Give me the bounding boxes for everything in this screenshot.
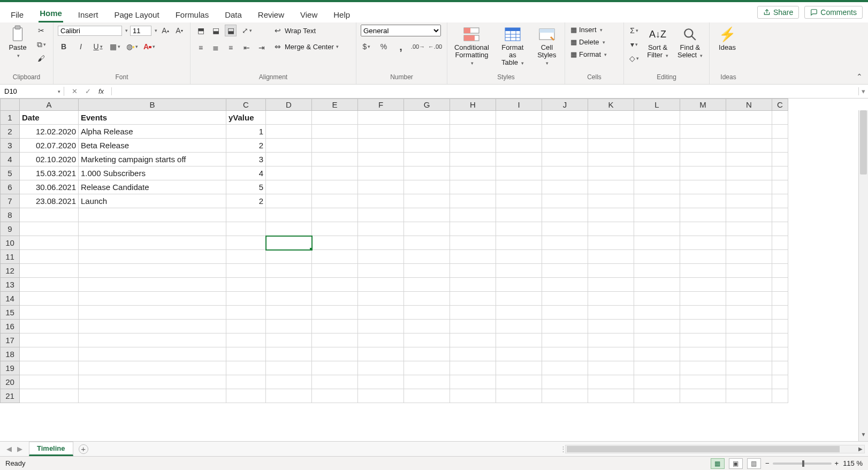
cell-F5[interactable] (358, 166, 404, 180)
cell-B6[interactable]: Release Candidate (79, 180, 226, 194)
cell-B12[interactable] (79, 264, 226, 278)
cell-J10[interactable] (542, 236, 588, 250)
cell-H19[interactable] (450, 361, 496, 375)
ideas-button[interactable]: ⚡ Ideas (714, 25, 741, 52)
cell-L19[interactable] (634, 361, 680, 375)
cell-K9[interactable] (588, 222, 634, 236)
zoom-level[interactable]: 115 % (843, 459, 863, 467)
cell-D18[interactable] (266, 347, 312, 361)
cell-L11[interactable] (634, 250, 680, 264)
cell-A18[interactable] (20, 347, 79, 361)
row-header-17[interactable]: 17 (1, 333, 20, 347)
cell-E8[interactable] (312, 208, 358, 222)
cell-N5[interactable] (726, 166, 772, 180)
share-button[interactable]: Share (757, 6, 799, 19)
cell-F1[interactable] (358, 111, 404, 125)
cell-M4[interactable] (680, 153, 726, 166)
cell-G12[interactable] (404, 264, 450, 278)
cell-D5[interactable] (266, 166, 312, 180)
cell-A8[interactable] (20, 208, 79, 222)
cell-G9[interactable] (404, 222, 450, 236)
cell-N17[interactable] (726, 333, 772, 347)
cell-E6[interactable] (312, 180, 358, 194)
cell-F6[interactable] (358, 180, 404, 194)
cell-O10[interactable] (772, 236, 788, 250)
chevron-down-icon[interactable]: ▾ (125, 28, 128, 33)
cell-F16[interactable] (358, 320, 404, 333)
cell-styles-button[interactable]: CellStyles ▾ (534, 25, 560, 68)
cell-A20[interactable] (20, 375, 79, 389)
cell-E10[interactable] (312, 236, 358, 250)
col-header-H[interactable]: H (450, 99, 496, 111)
cell-D10[interactable] (266, 236, 312, 250)
cell-O18[interactable] (772, 347, 788, 361)
cell-J2[interactable] (542, 125, 588, 139)
cell-I14[interactable] (496, 292, 542, 306)
cell-O2[interactable] (772, 125, 788, 139)
cell-D7[interactable] (266, 194, 312, 208)
row-header-16[interactable]: 16 (1, 320, 20, 333)
cell-L8[interactable] (634, 208, 680, 222)
cell-E2[interactable] (312, 125, 358, 139)
zoom-track[interactable] (773, 463, 832, 465)
fill-handle[interactable] (310, 248, 312, 250)
scroll-down-icon[interactable]: ▼ (859, 431, 868, 441)
wrap-text-button[interactable]: ↩ Wrap Text (272, 25, 339, 36)
cell-H5[interactable] (450, 166, 496, 180)
sheet-tab-timeline[interactable]: Timeline (29, 442, 73, 456)
cell-F14[interactable] (358, 292, 404, 306)
cell-E13[interactable] (312, 278, 358, 292)
cell-I7[interactable] (496, 194, 542, 208)
cell-G19[interactable] (404, 361, 450, 375)
cell-J14[interactable] (542, 292, 588, 306)
cell-A1[interactable]: Date (20, 111, 79, 125)
cell-E4[interactable] (312, 153, 358, 166)
cell-N14[interactable] (726, 292, 772, 306)
cell-L17[interactable] (634, 333, 680, 347)
cell-E20[interactable] (312, 375, 358, 389)
cell-O15[interactable] (772, 306, 788, 320)
cell-J20[interactable] (542, 375, 588, 389)
cell-A19[interactable] (20, 361, 79, 375)
cell-I12[interactable] (496, 264, 542, 278)
row-header-11[interactable]: 11 (1, 250, 20, 264)
cell-D19[interactable] (266, 361, 312, 375)
cell-K5[interactable] (588, 166, 634, 180)
cell-G8[interactable] (404, 208, 450, 222)
cell-N3[interactable] (726, 139, 772, 153)
cell-K7[interactable] (588, 194, 634, 208)
cell-K4[interactable] (588, 153, 634, 166)
cell-F12[interactable] (358, 264, 404, 278)
cell-D4[interactable] (266, 153, 312, 166)
cell-N7[interactable] (726, 194, 772, 208)
find-select-button[interactable]: Find &Select ▾ (675, 25, 705, 60)
cell-C12[interactable] (226, 264, 266, 278)
cell-C15[interactable] (226, 306, 266, 320)
cell-D13[interactable] (266, 278, 312, 292)
cell-D2[interactable] (266, 125, 312, 139)
row-header-12[interactable]: 12 (1, 264, 20, 278)
cell-A12[interactable] (20, 264, 79, 278)
merge-center-button[interactable]: ⇔ Merge & Center ▾ (272, 41, 339, 52)
cell-F13[interactable] (358, 278, 404, 292)
cell-C14[interactable] (226, 292, 266, 306)
cell-D15[interactable] (266, 306, 312, 320)
cell-H7[interactable] (450, 194, 496, 208)
cell-O11[interactable] (772, 250, 788, 264)
cell-D20[interactable] (266, 375, 312, 389)
cell-H21[interactable] (450, 389, 496, 403)
cell-F8[interactable] (358, 208, 404, 222)
cell-A2[interactable]: 12.02.2020 (20, 125, 79, 139)
cell-B10[interactable] (79, 236, 226, 250)
cell-E12[interactable] (312, 264, 358, 278)
borders-button[interactable]: ▦▾ (109, 41, 121, 52)
cell-H20[interactable] (450, 375, 496, 389)
col-header-L[interactable]: L (634, 99, 680, 111)
row-header-14[interactable]: 14 (1, 292, 20, 306)
cell-C13[interactable] (226, 278, 266, 292)
cell-G20[interactable] (404, 375, 450, 389)
cell-L18[interactable] (634, 347, 680, 361)
cell-N19[interactable] (726, 361, 772, 375)
cell-H18[interactable] (450, 347, 496, 361)
col-header-N[interactable]: N (726, 99, 772, 111)
